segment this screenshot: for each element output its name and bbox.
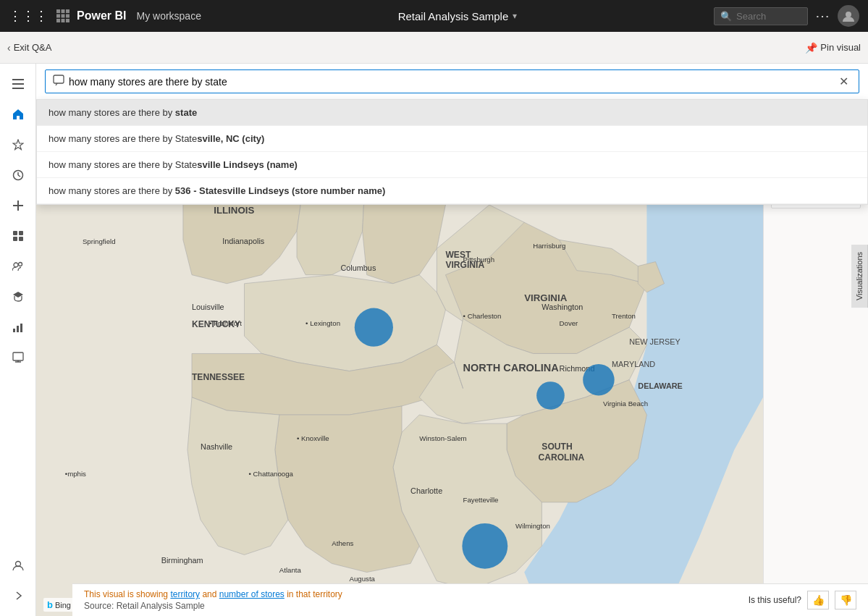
map-bubble[interactable] [536, 381, 565, 410]
pin-visual-button[interactable]: 📌 Pin visual [805, 42, 861, 54]
svg-text:• Frankfort: • Frankfort [209, 319, 242, 327]
qa-dropdown-item[interactable]: how many stores are there by 536 - State… [37, 178, 867, 204]
qa-dropdown-item[interactable]: how many stores are there by state [37, 100, 867, 126]
sidebar-item-learn[interactable] [5, 284, 31, 310]
bottom-territory-link[interactable]: territory [170, 589, 200, 599]
exit-qa-button[interactable]: ‹ Exit Q&A [7, 42, 51, 54]
sidebar-item-hamburger[interactable] [5, 71, 31, 97]
svg-text:Springfield: Springfield [83, 237, 116, 245]
visualizations-tab-label: Visualizations [855, 252, 864, 300]
svg-rect-11 [12, 83, 24, 85]
map-bubble[interactable] [355, 308, 393, 347]
qa-dropdown-item[interactable]: how many stores are there by Statesville… [37, 152, 867, 178]
svg-text:Harrisburg: Harrisburg [533, 242, 565, 250]
search-box[interactable]: 🔍 [714, 7, 808, 25]
svg-rect-2 [66, 9, 69, 13]
svg-text:MARYLAND: MARYLAND [612, 360, 655, 368]
svg-text:TENNESSEE: TENNESSEE [192, 372, 245, 382]
bottom-info: This visual is showing territory and num… [84, 589, 749, 611]
qa-input[interactable] [69, 76, 836, 88]
feedback-label: Is this useful? [749, 595, 801, 605]
qa-dropdown-bold: 536 - Statesville Lindseys (store number… [175, 185, 385, 196]
qa-clear-button[interactable]: ✕ [836, 75, 851, 88]
svg-text:NORTH CAROLINA: NORTH CAROLINA [463, 362, 560, 374]
svg-text:Atlanta: Atlanta [279, 566, 302, 574]
qa-container: ✕ how many stores are there by state how… [36, 64, 868, 100]
qa-dropdown-highlight: sville, NC (city) [197, 133, 264, 144]
pin-visual-label: Pin visual [820, 42, 861, 53]
exit-qa-label: Exit Q&A [14, 42, 52, 53]
svg-text:•mphis: •mphis [65, 470, 86, 478]
bottom-feedback: Is this useful? 👍 👎 [749, 591, 856, 609]
svg-text:Augusta: Augusta [350, 575, 376, 583]
svg-text:Charlotte: Charlotte [410, 486, 442, 495]
thumbs-up-icon: 👍 [812, 594, 825, 606]
sidebar-item-favorites[interactable] [5, 132, 31, 158]
svg-rect-20 [13, 237, 17, 241]
left-sidebar [0, 64, 36, 616]
sidebar-item-create[interactable] [5, 193, 31, 219]
thumbs-down-button[interactable]: 👎 [835, 591, 856, 609]
svg-rect-8 [66, 19, 69, 22]
back-chevron-icon: ‹ [7, 42, 11, 54]
svg-text:Birmingham: Birmingham [161, 556, 203, 565]
svg-text:Virginia Beach: Virginia Beach [603, 400, 648, 408]
svg-text:Trenton: Trenton [612, 312, 636, 320]
svg-text:Wilmington: Wilmington [515, 522, 550, 530]
sidebar-item-home[interactable] [5, 101, 31, 127]
svg-text:Dover: Dover [560, 319, 579, 327]
bottom-info-line1: This visual is showing territory and num… [84, 589, 749, 599]
search-input[interactable] [736, 11, 801, 22]
svg-text:Athens: Athens [332, 539, 353, 547]
qa-dropdown: how many stores are there by state how m… [36, 99, 868, 205]
bottom-info-line2: Source: Retail Analysis Sample [84, 601, 749, 611]
qa-bubble-icon [53, 75, 64, 88]
sidebar-item-metrics[interactable] [5, 314, 31, 340]
thumbs-down-icon: 👎 [840, 594, 852, 606]
svg-text:DELAWARE: DELAWARE [638, 381, 683, 390]
sidebar-item-workspaces[interactable] [5, 345, 31, 371]
svg-point-9 [846, 12, 851, 17]
report-title-chevron[interactable]: ▾ [513, 11, 517, 21]
workspace-label[interactable]: My workspace [136, 10, 201, 22]
sidebar-item-shared[interactable] [5, 253, 31, 279]
svg-text:Nashville: Nashville [201, 442, 232, 451]
sidebar-item-recent[interactable] [5, 162, 31, 188]
waffle-icon[interactable] [56, 9, 69, 22]
svg-rect-12 [12, 88, 24, 89]
svg-rect-3 [56, 14, 60, 18]
report-title: Retail Analysis Sample [398, 10, 509, 22]
svg-text:VIRGINIA: VIRGINIA [524, 292, 567, 303]
svg-rect-7 [62, 19, 65, 22]
more-options-icon[interactable]: ⋯ [815, 7, 830, 25]
qa-dropdown-item[interactable]: how many stores are there by Statesville… [37, 126, 867, 152]
qa-input-wrapper: ✕ [45, 69, 859, 93]
map-bubble[interactable] [462, 523, 507, 569]
top-nav-actions: 🔍 ⋯ [714, 5, 859, 27]
svg-text:Louisville: Louisville [192, 303, 224, 311]
map-bubble[interactable] [583, 364, 615, 396]
thumbs-up-button[interactable]: 👍 [807, 591, 829, 609]
qa-dropdown-highlight: state [175, 107, 197, 118]
sidebar-item-expand[interactable] [5, 583, 31, 609]
bing-logo-icon: b [47, 599, 53, 610]
svg-text:• Charleston: • Charleston [463, 312, 502, 320]
svg-text:SOUTH: SOUTH [542, 442, 572, 452]
svg-text:• Chattanooga: • Chattanooga [249, 470, 294, 478]
sidebar-item-account[interactable] [5, 552, 31, 578]
svg-rect-1 [62, 9, 65, 13]
bottom-bar: This visual is showing territory and num… [72, 583, 868, 616]
visualizations-tab[interactable]: Visualizations [851, 245, 868, 308]
svg-text:• Knoxville: • Knoxville [297, 434, 329, 442]
svg-rect-0 [56, 9, 60, 13]
svg-rect-25 [17, 326, 19, 332]
bottom-stores-link[interactable]: number of stores [219, 589, 285, 599]
svg-rect-27 [13, 353, 23, 360]
pin-icon: 📌 [805, 42, 817, 54]
svg-point-22 [14, 263, 18, 267]
avatar[interactable] [838, 5, 859, 27]
bing-watermark: b Bing [43, 598, 75, 612]
top-navigation: ⋮⋮⋮ Power BI My workspace Retail Analysi… [0, 0, 868, 32]
grid-icon[interactable]: ⋮⋮⋮ [9, 8, 48, 24]
sidebar-item-apps[interactable] [5, 223, 31, 249]
